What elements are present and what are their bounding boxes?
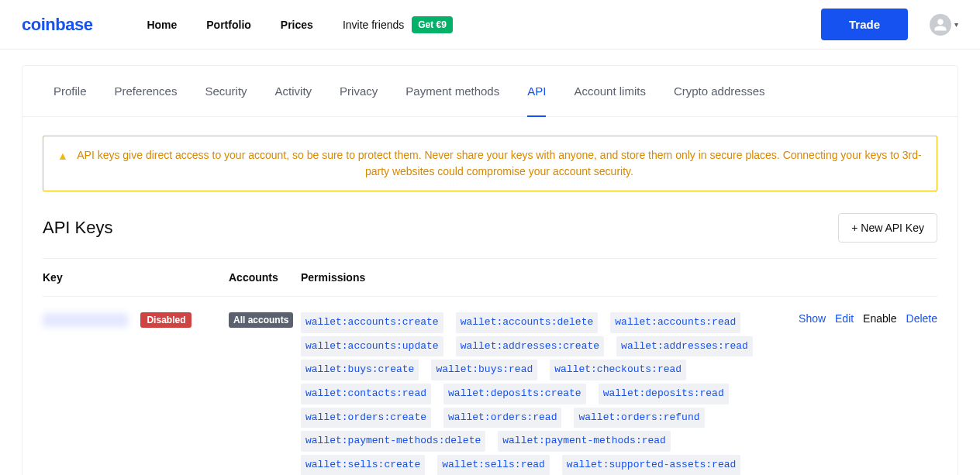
- nav-right: Trade ▾: [821, 9, 958, 40]
- trade-button[interactable]: Trade: [821, 9, 908, 40]
- nav-prices[interactable]: Prices: [281, 19, 313, 31]
- tab-api[interactable]: API: [527, 66, 546, 116]
- status-badge-disabled: Disabled: [140, 312, 192, 328]
- warning-icon: ▲: [57, 148, 68, 164]
- top-nav: coinbase Home Portfolio Prices Invite fr…: [0, 0, 980, 50]
- avatar-icon: [930, 14, 951, 36]
- permission-tag: wallet:orders:create: [301, 408, 431, 429]
- api-keys-table-header: Key Accounts Permissions: [43, 258, 937, 297]
- col-permissions: Permissions: [301, 271, 782, 284]
- permission-tag: wallet:orders:read: [443, 408, 561, 429]
- nav-portfolio[interactable]: Portfolio: [206, 19, 251, 31]
- action-show[interactable]: Show: [799, 312, 826, 325]
- col-key: Key: [43, 271, 229, 284]
- section-title: API Keys: [43, 218, 112, 238]
- api-keys-header: API Keys + New API Key: [43, 213, 937, 243]
- action-edit[interactable]: Edit: [835, 312, 854, 325]
- permission-tag: wallet:accounts:create: [301, 312, 443, 333]
- permission-tag: wallet:accounts:update: [301, 336, 443, 357]
- permission-tag: wallet:buys:read: [431, 360, 537, 380]
- account-menu[interactable]: ▾: [930, 14, 958, 36]
- accounts-badge: All accounts: [229, 312, 293, 328]
- tab-security[interactable]: Security: [205, 66, 247, 116]
- invite-badge: Get €9: [412, 16, 453, 33]
- permission-tag: wallet:buys:create: [301, 360, 419, 380]
- warning-text: API keys give direct access to your acco…: [76, 147, 923, 180]
- api-key-row: Disabled All accounts wallet:accounts:cr…: [43, 297, 937, 475]
- key-redacted: [43, 313, 128, 327]
- permission-tag: wallet:payment-methods:read: [498, 431, 671, 452]
- col-actions: [782, 271, 937, 284]
- permission-tag: wallet:payment-methods:delete: [301, 431, 485, 452]
- tab-profile[interactable]: Profile: [53, 66, 87, 116]
- tab-preferences[interactable]: Preferences: [115, 66, 178, 116]
- col-accounts: Accounts: [229, 271, 301, 284]
- nav-invite-label: Invite friends: [343, 19, 404, 31]
- tab-account-limits[interactable]: Account limits: [574, 66, 646, 116]
- tab-privacy[interactable]: Privacy: [340, 66, 378, 116]
- action-delete[interactable]: Delete: [906, 312, 937, 325]
- permission-tag: wallet:accounts:read: [610, 312, 740, 333]
- permission-tag: wallet:addresses:create: [456, 336, 604, 357]
- permission-tag: wallet:orders:refund: [574, 408, 704, 429]
- nav-home[interactable]: Home: [147, 19, 177, 31]
- permission-tag: wallet:checkouts:read: [550, 360, 686, 380]
- permission-tag: wallet:sells:create: [301, 455, 425, 475]
- permissions-cell: wallet:accounts:createwallet:accounts:de…: [301, 312, 782, 475]
- chevron-down-icon: ▾: [954, 20, 958, 29]
- nav-invite[interactable]: Invite friends Get €9: [343, 16, 453, 33]
- permission-tag: wallet:deposits:read: [599, 384, 729, 404]
- brand-logo[interactable]: coinbase: [22, 15, 92, 35]
- accounts-cell: All accounts: [229, 312, 301, 475]
- permission-tag: wallet:deposits:create: [443, 384, 586, 404]
- settings-card: Profile Preferences Security Activity Pr…: [22, 65, 958, 475]
- permission-tag: wallet:contacts:read: [301, 384, 431, 404]
- warning-banner: ▲ API keys give direct access to your ac…: [43, 136, 937, 191]
- nav-links: Home Portfolio Prices Invite friends Get…: [147, 16, 453, 33]
- permission-tag: wallet:addresses:read: [616, 336, 753, 357]
- permission-tag: wallet:accounts:delete: [456, 312, 599, 333]
- tab-crypto-addresses[interactable]: Crypto addresses: [674, 66, 765, 116]
- permission-tag: wallet:sells:read: [437, 455, 550, 475]
- permission-tag: wallet:supported-assets:read: [562, 455, 740, 475]
- actions-cell: Show Edit Enable Delete: [782, 312, 937, 475]
- key-cell: Disabled: [43, 312, 229, 475]
- tab-payment-methods[interactable]: Payment methods: [405, 66, 499, 116]
- action-enable[interactable]: Enable: [863, 312, 897, 325]
- new-api-key-button[interactable]: + New API Key: [838, 213, 937, 243]
- tab-activity[interactable]: Activity: [275, 66, 312, 116]
- settings-tabs: Profile Preferences Security Activity Pr…: [22, 66, 958, 117]
